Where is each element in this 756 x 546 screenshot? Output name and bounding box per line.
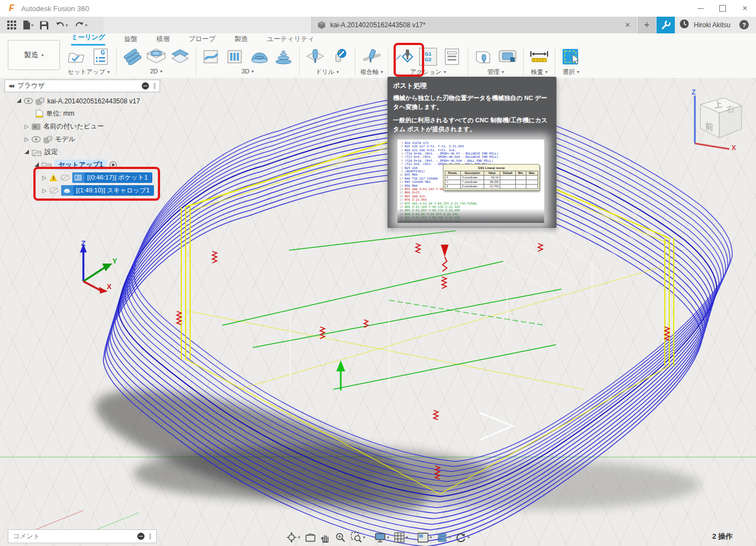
- 3d-spiral-button[interactable]: [273, 47, 294, 66]
- 2d-adaptive-button[interactable]: [122, 47, 143, 66]
- redo-button[interactable]: ▾: [72, 18, 90, 32]
- tree-row-operation-scallop[interactable]: ▷ [(1:49:10)] スキャロップ1: [4, 184, 160, 197]
- user-name[interactable]: Hiroki Akitsu: [694, 21, 730, 29]
- tool-library-button[interactable]: [473, 47, 494, 66]
- comment-hide-button[interactable]: [137, 533, 145, 540]
- viewcube[interactable]: Z X 上 前 右: [684, 88, 746, 150]
- collapsed-caret-icon[interactable]: ▷: [24, 124, 29, 130]
- tree-row-setup1[interactable]: セットアップ1: [4, 158, 160, 171]
- expanded-caret-icon[interactable]: [34, 162, 39, 167]
- viewport-3d[interactable]: Z Y X Z X 上 前 右 ◀◀ ブラウザ ∥: [0, 78, 756, 546]
- ribbon-tab[interactable]: ミーリング: [71, 33, 105, 46]
- tree-row-settings[interactable]: 設定: [4, 146, 160, 158]
- ribbon-tab[interactable]: 積層: [156, 34, 170, 46]
- operation-pocket1[interactable]: [(0:46:17)] ポケット1: [72, 172, 152, 183]
- ribbon-tab[interactable]: 旋盤: [124, 34, 137, 46]
- tree-row-units[interactable]: 単位: mm: [4, 107, 160, 120]
- caret-down-icon: ▾: [85, 23, 87, 28]
- group-label-multiaxis[interactable]: 複合軸▾: [360, 68, 383, 76]
- named-views-label: 名前の付いたビュー: [43, 122, 104, 131]
- browser-hide-button[interactable]: [142, 82, 149, 90]
- operation-scallop1[interactable]: [(1:49:10)] スキャロップ1: [61, 185, 155, 196]
- 3d-adaptive-button[interactable]: [201, 47, 222, 66]
- group-label-drill[interactable]: ドリル▾: [316, 68, 339, 76]
- panel-drag-handle[interactable]: ∥: [149, 533, 152, 540]
- eye-off-icon[interactable]: [61, 175, 69, 181]
- look-at-button[interactable]: [304, 532, 317, 543]
- close-button[interactable]: ✕: [734, 1, 756, 17]
- collapse-panel-icon[interactable]: ◀◀: [8, 83, 13, 88]
- notifications-button[interactable]: [679, 19, 689, 29]
- group-label-select[interactable]: 選択▾: [563, 68, 579, 76]
- hole-recognition-button[interactable]: +: [329, 47, 350, 66]
- select-button[interactable]: [560, 47, 581, 66]
- post-process-button[interactable]: G1G2: [417, 47, 439, 66]
- setup-sheet-button[interactable]: [441, 47, 462, 66]
- machine-library-button[interactable]: [497, 47, 518, 66]
- browser-header[interactable]: ◀◀ ブラウザ ∥: [4, 80, 160, 92]
- visual-style-button[interactable]: ▾: [436, 532, 452, 543]
- zoom-button[interactable]: [334, 531, 347, 544]
- group-separator: [388, 47, 389, 76]
- file-icon: [23, 21, 31, 29]
- group-label-2d[interactable]: 2D▾: [150, 68, 162, 75]
- 3d-pocket-button[interactable]: [225, 47, 246, 66]
- comment-bar[interactable]: コメント ∥: [8, 529, 157, 543]
- ribbon-tab[interactable]: 製造: [235, 34, 248, 46]
- pan-button[interactable]: [320, 532, 331, 544]
- job-status-button[interactable]: [656, 17, 675, 33]
- document-tab[interactable]: kai-A.20140205162443508 v17* ✕: [311, 17, 636, 33]
- drill-button[interactable]: [305, 47, 326, 66]
- navigation-toolbar: ▾ ▾: [285, 531, 471, 544]
- setup1-label[interactable]: セットアップ1: [54, 160, 107, 170]
- orbit-button[interactable]: ▾: [285, 531, 301, 544]
- 3d-contour-button[interactable]: [249, 47, 270, 66]
- group-label-manage[interactable]: 管理▾: [488, 68, 504, 76]
- refresh-button[interactable]: ▾: [455, 531, 471, 544]
- workspace-selector[interactable]: 製造 ▾: [8, 40, 60, 70]
- eye-icon[interactable]: [24, 98, 33, 104]
- grid-snaps-button[interactable]: ▾: [393, 531, 409, 544]
- 2d-pocket-button[interactable]: [146, 47, 167, 66]
- expanded-caret-icon[interactable]: [24, 150, 29, 154]
- group-label-inspect[interactable]: 検査▾: [531, 68, 548, 76]
- collapsed-caret-icon[interactable]: ▷: [24, 137, 29, 142]
- tree-row-root[interactable]: kai-A.20140205162443508 v17: [4, 95, 160, 107]
- group-label-3d[interactable]: 3D▾: [241, 68, 253, 75]
- new-setup-button[interactable]: [66, 47, 87, 66]
- expanded-caret-icon[interactable]: [17, 98, 21, 103]
- measure-icon: [530, 49, 549, 64]
- tree-row-model[interactable]: ▷ モデル: [4, 133, 160, 146]
- eye-off-icon[interactable]: [49, 187, 58, 193]
- simulate-button[interactable]: [394, 47, 415, 66]
- minimize-button[interactable]: [689, 1, 712, 17]
- new-tab-button[interactable]: +: [638, 17, 656, 33]
- undo-button[interactable]: ▾: [52, 18, 71, 32]
- group-label-setup[interactable]: セットアップ▾: [68, 68, 110, 76]
- group-label-actions[interactable]: アクション▾: [410, 68, 446, 76]
- eye-icon[interactable]: [32, 136, 41, 142]
- collapsed-caret-icon[interactable]: ▷: [42, 188, 47, 193]
- file-menu-button[interactable]: ▾: [20, 18, 36, 32]
- operation-label: [(0:46:17)] ポケット1: [84, 173, 152, 182]
- help-button[interactable]: ?: [739, 20, 749, 29]
- zoom-window-button[interactable]: ▾: [350, 531, 366, 544]
- multiaxis-contour-button[interactable]: [361, 47, 382, 66]
- collapsed-caret-icon[interactable]: ▷: [42, 175, 47, 181]
- ribbon-tab[interactable]: プローブ: [188, 34, 216, 46]
- tree-row-operation-pocket[interactable]: ▷ ! [(0:46:17)] ポケット1: [4, 171, 160, 184]
- document-close-button[interactable]: ✕: [625, 21, 630, 29]
- active-setup-radio-icon[interactable]: [110, 161, 117, 168]
- ribbon-tab[interactable]: ユーティリティ: [267, 34, 315, 46]
- save-button[interactable]: [37, 18, 51, 32]
- tree-row-named-views[interactable]: ▷ 名前の付いたビュー: [4, 120, 160, 133]
- panel-drag-handle[interactable]: ∥: [153, 82, 157, 90]
- viewports-button[interactable]: ▾: [416, 532, 433, 544]
- settings-label: 設定: [44, 147, 58, 157]
- setup-sheet-ncprogram-button[interactable]: G: [90, 47, 111, 66]
- 2d-chamfer-button[interactable]: [170, 47, 191, 66]
- measure-button[interactable]: [529, 47, 550, 66]
- maximize-button[interactable]: [712, 1, 734, 17]
- display-settings-button[interactable]: ▾: [374, 532, 390, 544]
- app-grid-button[interactable]: [4, 18, 19, 32]
